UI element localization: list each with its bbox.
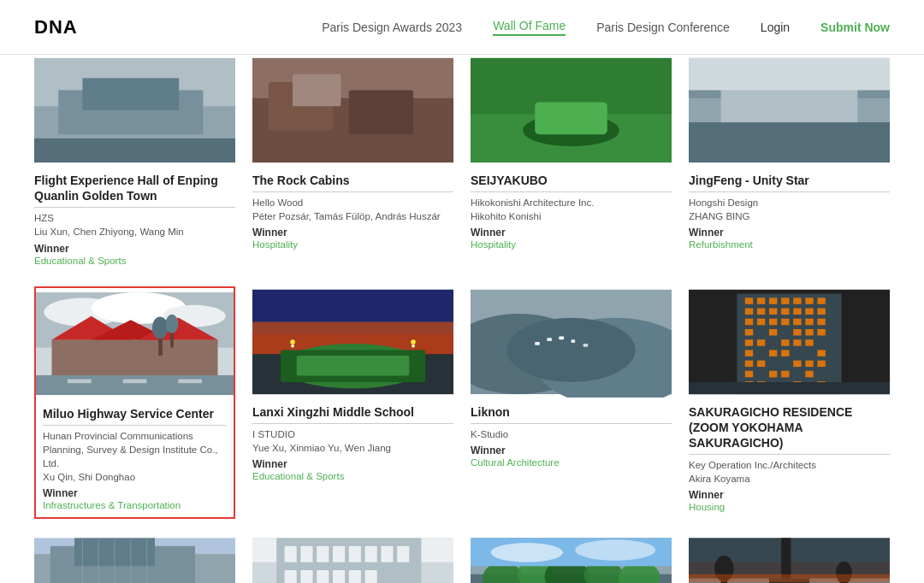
nav-awards[interactable]: Paris Design Awards 2023 xyxy=(322,21,462,34)
svg-rect-88 xyxy=(745,339,753,346)
card-winner: Winner xyxy=(689,227,890,238)
card-seijyakubo[interactable]: SEIJYAKUBO Hikokonishi Architecture Inc.… xyxy=(471,166,672,273)
svg-rect-87 xyxy=(817,329,825,336)
card-firm: Key Operation Inc./ArchitectsAkira Koyam… xyxy=(689,458,890,486)
svg-rect-56 xyxy=(559,336,564,339)
svg-rect-134 xyxy=(317,570,329,583)
bottom-img-4[interactable] xyxy=(689,536,890,583)
top-img-3[interactable] xyxy=(471,55,672,166)
card-body: SAKURAGICHO RESIDENCE (ZOOM YOKOHAMA SAK… xyxy=(689,398,890,520)
svg-rect-97 xyxy=(745,360,753,367)
bottom-img-2[interactable] xyxy=(252,536,453,583)
top-img-2[interactable] xyxy=(252,55,453,166)
card-winner: Winner xyxy=(689,489,890,501)
svg-rect-75 xyxy=(817,308,825,315)
svg-rect-92 xyxy=(805,339,813,346)
card-category: Hospitality xyxy=(471,239,672,250)
nav-wall[interactable]: Wall Of Fame xyxy=(493,19,566,36)
svg-rect-66 xyxy=(793,297,801,304)
svg-rect-55 xyxy=(547,338,552,341)
card-category: Infrastructures & Transportation xyxy=(43,500,227,510)
svg-rect-158 xyxy=(689,574,890,582)
card-rock-cabins[interactable]: The Rock Cabins Hello WoodPéter Pozsár, … xyxy=(252,166,453,273)
card-image xyxy=(689,286,890,398)
svg-rect-19 xyxy=(689,58,890,91)
svg-rect-95 xyxy=(781,350,789,356)
card-winner: Winner xyxy=(34,243,235,255)
svg-rect-89 xyxy=(757,339,765,346)
card-title: Lanxi Xingzhi Middle School xyxy=(252,404,453,420)
svg-point-48 xyxy=(412,344,415,347)
card-sakuragicho[interactable]: SAKURAGICHO RESIDENCE (ZOOM YOKOHAMA SAK… xyxy=(689,286,890,520)
svg-rect-128 xyxy=(349,546,361,562)
card-category: Cultural Architecture xyxy=(471,457,672,468)
card-body: Lanxi Xingzhi Middle School I STUDIOYue … xyxy=(252,398,453,488)
svg-rect-79 xyxy=(781,318,789,325)
card-winner: Winner xyxy=(252,227,453,238)
svg-point-47 xyxy=(291,344,294,347)
svg-rect-132 xyxy=(285,570,297,583)
card-lanxi[interactable]: Lanxi Xingzhi Middle School I STUDIOYue … xyxy=(252,286,453,520)
svg-rect-82 xyxy=(817,318,825,325)
card-title: Flight Experience Hall of Enping Quanlin… xyxy=(34,173,235,203)
svg-rect-30 xyxy=(68,379,92,383)
svg-rect-71 xyxy=(769,308,777,315)
svg-point-34 xyxy=(152,316,168,339)
svg-rect-94 xyxy=(769,350,777,356)
svg-rect-99 xyxy=(793,360,801,367)
svg-point-46 xyxy=(411,339,416,344)
card-category: Educational & Sports xyxy=(252,471,453,481)
svg-rect-91 xyxy=(793,339,801,346)
card-firm: I STUDIOYue Xu, Xinmiao Yu, Wen Jiang xyxy=(252,427,453,455)
card-firm: HZSLiu Xun, Chen Zhiyong, Wang Min xyxy=(34,211,235,238)
card-winner: Winner xyxy=(252,458,453,470)
svg-rect-70 xyxy=(757,308,765,315)
bottom-img-3[interactable] xyxy=(471,536,672,583)
card-jingfeng[interactable]: JingFeng - Unity Star Hongshi DesignZHAN… xyxy=(689,166,890,273)
svg-rect-131 xyxy=(397,546,409,562)
svg-rect-63 xyxy=(757,297,765,304)
card-firm: Hongshi DesignZHANG BING xyxy=(689,196,890,223)
svg-rect-136 xyxy=(349,570,361,583)
svg-rect-67 xyxy=(805,297,813,304)
bottom-img-1[interactable] xyxy=(34,536,235,583)
svg-rect-96 xyxy=(817,350,825,356)
card-winner: Winner xyxy=(43,487,227,499)
card-image xyxy=(252,286,453,398)
card-firm: Hikokonishi Architecture Inc.Hikohito Ko… xyxy=(471,196,672,223)
nav-submit[interactable]: Submit Now xyxy=(820,21,890,34)
card-firm: Hello WoodPéter Pozsár, Tamás Fülöp, And… xyxy=(252,196,453,223)
svg-rect-68 xyxy=(817,297,825,304)
svg-rect-25 xyxy=(51,339,217,379)
top-image-row xyxy=(34,55,890,166)
card-miluo[interactable]: Miluo Highway Service Center Hunan Provi… xyxy=(34,286,235,520)
card-body: Liknon K-Studio Winner Cultural Architec… xyxy=(471,398,672,474)
svg-rect-127 xyxy=(333,546,345,562)
nav-login[interactable]: Login xyxy=(761,21,790,34)
svg-rect-104 xyxy=(781,370,789,377)
svg-rect-57 xyxy=(572,339,576,343)
card-title: Miluo Highway Service Center xyxy=(43,406,227,421)
svg-rect-4 xyxy=(34,138,235,162)
card-title: SEIJYAKUBO xyxy=(471,173,672,188)
card-firm: K-Studio xyxy=(471,427,672,441)
svg-rect-54 xyxy=(535,342,540,345)
svg-rect-76 xyxy=(745,318,753,325)
nav: Paris Design Awards 2023 Wall Of Fame Pa… xyxy=(322,19,890,36)
svg-rect-135 xyxy=(333,570,345,583)
svg-rect-84 xyxy=(769,329,777,336)
svg-rect-31 xyxy=(123,379,147,383)
svg-rect-9 xyxy=(293,74,341,107)
nav-conference[interactable]: Paris Design Conference xyxy=(596,21,730,34)
svg-rect-8 xyxy=(349,91,413,135)
svg-rect-102 xyxy=(745,370,753,377)
card-row-1: Flight Experience Hall of Enping Quanlin… xyxy=(34,166,890,286)
top-img-4[interactable] xyxy=(689,55,890,166)
card-flight-experience[interactable]: Flight Experience Hall of Enping Quanlin… xyxy=(34,166,235,273)
card-category: Educational & Sports xyxy=(34,256,235,266)
svg-rect-125 xyxy=(300,546,312,562)
card-liknon[interactable]: Liknon K-Studio Winner Cultural Architec… xyxy=(471,286,672,520)
logo: DNA xyxy=(34,16,78,38)
top-img-1[interactable] xyxy=(34,55,235,166)
svg-rect-86 xyxy=(805,329,813,336)
